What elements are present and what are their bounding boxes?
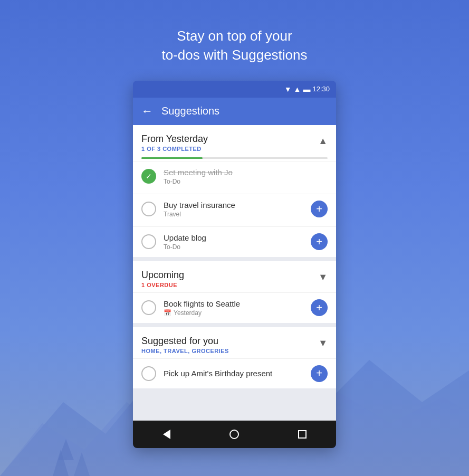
checkbox-task-4[interactable] xyxy=(141,300,156,315)
calendar-date-4: Yesterday xyxy=(174,309,202,317)
section-header-suggested: Suggested for you HOME, TRAVEL, GROCERIE… xyxy=(133,327,336,354)
app-bar: ← Suggestions xyxy=(133,98,336,125)
task-title-3: Update blog xyxy=(164,233,311,242)
signal-icon: ▲ xyxy=(294,85,301,93)
progress-fill-yesterday xyxy=(141,157,203,159)
status-time: 12:30 xyxy=(312,85,330,93)
task-item-3: Update blog To-Do + xyxy=(133,226,336,257)
app-background: Stay on top of your to-dos with Suggesti… xyxy=(0,0,469,476)
status-icons: ▼ ▲ ▬ 12:30 xyxy=(284,85,330,93)
section-title-suggested: Suggested for you xyxy=(141,336,229,347)
task-text-4: Book flights to Seattle 📅 Yesterday xyxy=(164,299,311,317)
task-text-3: Update blog To-Do xyxy=(164,233,311,251)
home-circle-icon xyxy=(229,430,239,439)
progress-bar-yesterday xyxy=(141,157,328,159)
section-header-left: From Yesterday 1 OF 3 COMPLETED xyxy=(141,134,208,152)
task-item-2: Buy travel insurance Travel + xyxy=(133,194,336,224)
checkbox-task-1[interactable]: ✓ xyxy=(141,169,156,184)
section-header-upcoming: Upcoming 1 OVERDUE ▼ xyxy=(133,261,336,288)
task-title-5: Pick up Amit's Birthday present xyxy=(164,369,311,378)
add-task-2-button[interactable]: + xyxy=(311,201,328,217)
task-text-1: Set meeting with Jo To-Do xyxy=(164,168,328,185)
nav-back-button[interactable] xyxy=(156,424,177,445)
section-header-suggested-left: Suggested for you HOME, TRAVEL, GROCERIE… xyxy=(141,336,229,354)
task-title-4: Book flights to Seattle xyxy=(164,299,311,308)
header-text: Stay on top of your to-dos with Suggesti… xyxy=(161,26,307,65)
section-title-yesterday: From Yesterday xyxy=(141,134,208,145)
section-subtitle-suggested: HOME, TRAVEL, GROCERIES xyxy=(141,348,229,354)
section-header-yesterday: From Yesterday 1 OF 3 COMPLETED ▲ xyxy=(133,125,336,152)
headline-line1: Stay on top of your xyxy=(161,26,307,45)
checkbox-task-3[interactable] xyxy=(141,234,156,249)
headline-line2: to-dos with Suggestions xyxy=(161,45,307,64)
add-task-4-button[interactable]: + xyxy=(311,299,328,316)
back-triangle-icon xyxy=(163,430,170,439)
section-from-yesterday: From Yesterday 1 OF 3 COMPLETED ▲ ✓ Set … xyxy=(133,125,336,257)
task-item-5: Pick up Amit's Birthday present + xyxy=(133,358,336,388)
section-subtitle-yesterday: 1 OF 3 COMPLETED xyxy=(141,146,208,152)
section-header-upcoming-left: Upcoming 1 OVERDUE xyxy=(141,270,184,288)
phone-mockup: ▼ ▲ ▬ 12:30 ← Suggestions From Yesterday… xyxy=(133,81,336,448)
status-bar: ▼ ▲ ▬ 12:30 xyxy=(133,81,336,98)
nav-recents-button[interactable] xyxy=(292,424,313,445)
task-item-4: Book flights to Seattle 📅 Yesterday + xyxy=(133,292,336,323)
task-category-2: Travel xyxy=(164,211,311,218)
task-text-5: Pick up Amit's Birthday present xyxy=(164,369,311,378)
task-text-2: Buy travel insurance Travel xyxy=(164,201,311,218)
collapse-upcoming[interactable]: ▼ xyxy=(318,272,328,283)
battery-icon: ▬ xyxy=(303,85,310,93)
task-category-3: To-Do xyxy=(164,243,311,251)
task-title-2: Buy travel insurance xyxy=(164,201,311,210)
wifi-icon: ▼ xyxy=(284,85,292,93)
recents-square-icon xyxy=(298,430,307,439)
section-title-upcoming: Upcoming xyxy=(141,270,184,281)
checkbox-task-5[interactable] xyxy=(141,366,156,381)
content-area: From Yesterday 1 OF 3 COMPLETED ▲ ✓ Set … xyxy=(133,125,336,421)
collapse-suggested[interactable]: ▼ xyxy=(318,338,328,349)
back-button[interactable]: ← xyxy=(141,104,153,118)
add-task-3-button[interactable]: + xyxy=(311,233,328,250)
collapse-yesterday[interactable]: ▲ xyxy=(318,136,328,147)
task-item-1: ✓ Set meeting with Jo To-Do xyxy=(133,161,336,192)
screen-title: Suggestions xyxy=(161,105,219,117)
nav-home-button[interactable] xyxy=(224,424,245,445)
task-title-1: Set meeting with Jo xyxy=(164,168,328,177)
section-upcoming: Upcoming 1 OVERDUE ▼ Book flights to Sea… xyxy=(133,261,336,323)
section-suggested: Suggested for you HOME, TRAVEL, GROCERIE… xyxy=(133,327,336,388)
task-category-1: To-Do xyxy=(164,178,328,185)
checkbox-task-2[interactable] xyxy=(141,202,156,216)
task-calendar-4: 📅 Yesterday xyxy=(164,309,311,317)
calendar-icon: 📅 xyxy=(164,309,171,317)
section-subtitle-upcoming: 1 OVERDUE xyxy=(141,282,184,288)
add-task-5-button[interactable]: + xyxy=(311,365,328,382)
nav-bar xyxy=(133,421,336,448)
